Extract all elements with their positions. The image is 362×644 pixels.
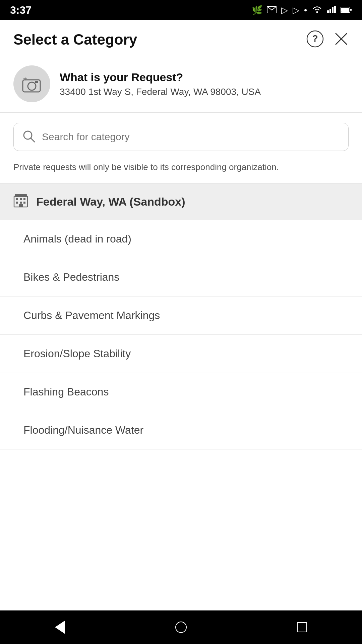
svg-rect-3 bbox=[329, 9, 331, 13]
category-label: Erosion/Slope Stability bbox=[23, 347, 131, 360]
request-title: What is your Request? bbox=[60, 71, 261, 84]
bottom-nav bbox=[0, 610, 362, 644]
page-title: Select a Category bbox=[13, 31, 137, 48]
back-nav-icon bbox=[55, 621, 65, 634]
home-nav-icon bbox=[175, 622, 187, 633]
wifi-icon bbox=[312, 5, 322, 15]
notification-icon: 🌿 bbox=[252, 5, 262, 15]
signal-icon bbox=[327, 5, 336, 15]
category-label: Animals (dead in road) bbox=[23, 233, 131, 245]
header-actions: ? bbox=[306, 30, 349, 49]
svg-rect-20 bbox=[16, 198, 18, 200]
recent-nav-button[interactable] bbox=[297, 622, 307, 632]
media-play-icon: ▷ bbox=[293, 5, 299, 15]
request-info: + What is your Request? 33400 1st Way S,… bbox=[0, 55, 362, 113]
request-address: 33400 1st Way S, Federal Way, WA 98003, … bbox=[60, 87, 261, 97]
private-notice: Private requests will only be visible to… bbox=[0, 154, 362, 183]
search-icon bbox=[22, 130, 35, 144]
svg-rect-7 bbox=[341, 8, 349, 12]
svg-rect-25 bbox=[23, 202, 25, 204]
svg-rect-4 bbox=[332, 7, 334, 13]
svg-point-1 bbox=[316, 11, 318, 13]
back-nav-button[interactable] bbox=[55, 621, 65, 634]
svg-rect-24 bbox=[20, 202, 22, 204]
svg-line-18 bbox=[31, 138, 35, 142]
svg-rect-21 bbox=[20, 198, 22, 200]
category-item[interactable]: Animals (dead in road) bbox=[0, 220, 362, 258]
svg-rect-5 bbox=[334, 6, 336, 13]
category-item[interactable]: Flooding/Nuisance Water bbox=[0, 411, 362, 449]
category-label: Curbs & Pavement Markings bbox=[23, 309, 160, 322]
svg-rect-26 bbox=[19, 204, 23, 207]
category-item[interactable]: Flashing Beacons bbox=[0, 373, 362, 411]
org-name: Federal Way, WA (Sandbox) bbox=[36, 195, 185, 208]
gmail-icon bbox=[267, 5, 277, 15]
search-box bbox=[13, 123, 349, 151]
category-label: Bikes & Pedestrians bbox=[23, 271, 119, 283]
svg-rect-2 bbox=[327, 10, 329, 13]
battery-icon bbox=[341, 5, 352, 15]
status-time: 3:37 bbox=[10, 4, 32, 16]
search-input[interactable] bbox=[42, 131, 340, 143]
dot-icon: • bbox=[304, 5, 307, 15]
svg-rect-8 bbox=[350, 9, 352, 11]
svg-rect-23 bbox=[16, 202, 18, 204]
svg-point-15 bbox=[28, 82, 36, 90]
org-header: Federal Way, WA (Sandbox) bbox=[0, 183, 362, 220]
category-item[interactable]: Curbs & Pavement Markings bbox=[0, 297, 362, 335]
svg-rect-16 bbox=[35, 81, 38, 83]
request-text-block: What is your Request? 33400 1st Way S, F… bbox=[60, 71, 261, 97]
search-container bbox=[0, 113, 362, 154]
header: Select a Category ? bbox=[0, 20, 362, 55]
category-label: Flashing Beacons bbox=[23, 386, 109, 398]
home-nav-button[interactable] bbox=[175, 622, 187, 633]
category-item[interactable]: Erosion/Slope Stability bbox=[0, 335, 362, 373]
play-store-icon: ▷ bbox=[281, 5, 288, 15]
recent-nav-icon bbox=[297, 622, 307, 632]
category-label: Flooding/Nuisance Water bbox=[23, 424, 143, 436]
category-item[interactable]: Bikes & Pedestrians bbox=[0, 258, 362, 297]
building-icon bbox=[13, 193, 28, 211]
svg-rect-22 bbox=[23, 198, 25, 200]
camera-avatar[interactable]: + bbox=[13, 65, 50, 102]
svg-rect-27 bbox=[15, 194, 27, 197]
status-icons: 🌿 ▷ ▷ • bbox=[252, 5, 352, 15]
category-list: Animals (dead in road)Bikes & Pedestrian… bbox=[0, 220, 362, 610]
svg-text:?: ? bbox=[312, 33, 318, 44]
svg-text:+: + bbox=[23, 75, 27, 83]
status-bar: 3:37 🌿 ▷ ▷ • bbox=[0, 0, 362, 20]
close-button[interactable] bbox=[334, 32, 349, 47]
help-button[interactable]: ? bbox=[306, 30, 324, 49]
